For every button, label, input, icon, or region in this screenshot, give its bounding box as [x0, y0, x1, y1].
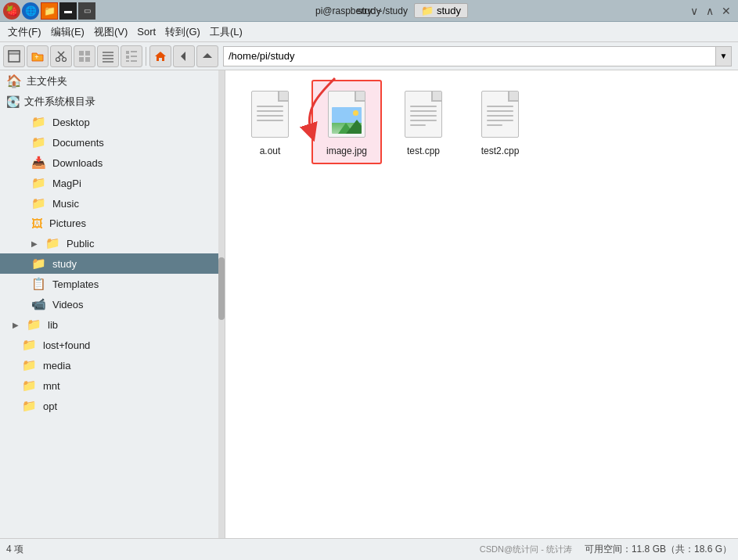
file-label-imagejpg: image.jpg — [326, 145, 367, 158]
svg-rect-18 — [131, 56, 137, 57]
sidebar-label-Documents: Documents — [52, 137, 104, 149]
svg-rect-17 — [126, 56, 129, 59]
file-label-testcpp: test.cpp — [407, 145, 440, 158]
sidebar-label-Pictures: Pictures — [49, 217, 86, 229]
file-area: a.out image.jpg — [225, 70, 738, 538]
toolbar: + ▼ — [0, 42, 738, 70]
sidebar-home[interactable]: 🏠 主文件夹 — [0, 70, 218, 92]
file-item-aout[interactable]: a.out — [235, 80, 305, 164]
home-sidebar-icon: 🏠 — [6, 74, 22, 88]
music-folder-icon: 📁 — [31, 196, 46, 210]
sidebar-item-Public[interactable]: ▶ 📁 Public — [0, 233, 218, 253]
svg-rect-16 — [131, 51, 137, 52]
close-button[interactable]: ✕ — [719, 5, 733, 17]
cut-button[interactable] — [50, 45, 72, 67]
sidebar-label-study: study — [52, 258, 77, 270]
sidebar-item-MagPi[interactable]: 📁 MagPi — [0, 173, 218, 193]
sidebar-scrollbar[interactable] — [218, 70, 225, 538]
sidebar-label-lostfound: lost+found — [43, 339, 90, 351]
menu-file[interactable]: 文件(F) — [3, 23, 46, 41]
sidebar-label-Downloads: Downloads — [52, 157, 103, 169]
menu-tools[interactable]: 工具(L) — [205, 23, 247, 41]
sidebar-item-mnt[interactable]: 📁 mnt — [0, 375, 218, 396]
sidebar-label-Public: Public — [67, 238, 94, 249]
raspberry-icon[interactable]: 🍓 — [3, 2, 20, 20]
new-folder-button[interactable]: + — [27, 45, 49, 67]
sidebar-item-lib[interactable]: ▶ 📁 lib — [0, 314, 218, 335]
sidebar-item-Downloads[interactable]: 📥 Downloads — [0, 153, 218, 173]
file-label-aout: a.out — [260, 145, 281, 158]
menu-edit[interactable]: 编辑(E) — [46, 23, 89, 41]
sidebar-item-Pictures[interactable]: 🖼 Pictures — [0, 214, 218, 233]
svg-rect-7 — [79, 51, 84, 56]
study-tab[interactable]: 📁 study — [414, 3, 468, 18]
minimize-button[interactable]: ∨ — [688, 5, 700, 17]
new-window-button[interactable] — [3, 45, 25, 67]
maximize-button[interactable]: ∧ — [704, 5, 716, 17]
public-expand-icon: ▶ — [31, 239, 38, 248]
sidebar-label-Videos: Videos — [52, 299, 84, 311]
menu-view[interactable]: 视图(V) — [89, 23, 132, 41]
mnt-folder-icon: 📁 — [22, 379, 37, 393]
address-input[interactable] — [224, 47, 715, 66]
address-dropdown-btn[interactable]: ▼ — [715, 47, 731, 66]
sidebar-label-Music: Music — [52, 198, 79, 210]
list-view-button[interactable] — [97, 45, 119, 67]
templates-folder-icon: 📋 — [31, 277, 46, 291]
compact-view-button[interactable] — [121, 45, 142, 67]
menubar: 文件(F) 编辑(E) 视图(V) Sort 转到(G) 工具(L) — [0, 22, 738, 42]
sidebar-label-mnt: mnt — [43, 380, 60, 392]
opt-folder-icon: 📁 — [22, 399, 37, 413]
svg-rect-1 — [9, 51, 20, 54]
svg-text:+: + — [34, 53, 38, 61]
filemanager-icon[interactable]: 📁 — [41, 2, 58, 20]
sidebar-label-Templates: Templates — [52, 278, 99, 290]
status-free-space: 可用空间：11.8 GB（共：18.6 G） — [585, 543, 732, 556]
address-bar-container: ▼ — [223, 46, 732, 66]
magpi-folder-icon: 📁 — [31, 176, 46, 190]
sidebar-label-opt: opt — [43, 400, 57, 412]
file-label-test2cpp: test2.cpp — [481, 145, 520, 158]
sidebar-item-Documents[interactable]: 📁 Documents — [0, 132, 218, 153]
file-item-test2cpp[interactable]: test2.cpp — [465, 80, 535, 164]
sidebar-item-Videos[interactable]: 📹 Videos — [0, 294, 218, 314]
media-folder-icon: 📁 — [22, 358, 37, 372]
sidebar-item-Templates[interactable]: 📋 Templates — [0, 274, 218, 294]
pictures-folder-icon: 🖼 — [31, 217, 43, 230]
sidebar-item-opt[interactable]: 📁 opt — [0, 396, 218, 416]
sidebar-item-media[interactable]: 📁 media — [0, 355, 218, 375]
sidebar-filesystem[interactable]: 💽 文件系统根目录 — [0, 92, 218, 112]
home-label: 主文件夹 — [27, 74, 67, 88]
svg-rect-14 — [103, 61, 113, 63]
svg-rect-10 — [85, 57, 90, 62]
svg-rect-19 — [126, 60, 129, 62]
menu-goto[interactable]: 转到(G) — [160, 23, 205, 41]
filesystem-label: 文件系统根目录 — [24, 95, 95, 109]
file-item-imagejpg[interactable]: image.jpg — [311, 80, 382, 164]
svg-marker-22 — [181, 52, 185, 61]
up-button[interactable] — [196, 45, 218, 67]
svg-rect-9 — [79, 57, 84, 62]
svg-rect-20 — [131, 60, 137, 62]
terminal-white-icon[interactable]: ▭ — [78, 2, 95, 20]
file-item-testcpp[interactable]: test.cpp — [388, 80, 459, 164]
svg-rect-12 — [103, 55, 113, 56]
back-button[interactable] — [173, 45, 195, 67]
documents-folder-icon: 📁 — [31, 135, 46, 149]
terminal-dark-icon[interactable]: ▬ — [59, 2, 77, 20]
sidebar-item-lostfound[interactable]: 📁 lost+found — [0, 335, 218, 355]
sidebar-item-study[interactable]: 📁 study — [0, 253, 218, 274]
home-button[interactable] — [149, 45, 171, 67]
svg-rect-13 — [103, 58, 113, 59]
lib-expand-icon: ▶ — [13, 321, 19, 329]
sidebar-item-Music[interactable]: 📁 Music — [0, 193, 218, 214]
svg-marker-21 — [155, 52, 166, 61]
sidebar-label-lib: lib — [48, 319, 58, 331]
toolbar-sep1 — [146, 47, 146, 66]
globe-icon[interactable]: 🌐 — [22, 2, 39, 20]
menu-sort[interactable]: Sort — [132, 24, 160, 39]
icon-view-button[interactable] — [74, 45, 95, 67]
sidebar-item-Desktop[interactable]: 📁 Desktop — [0, 112, 218, 132]
status-items-count: 4 项 — [6, 543, 23, 556]
videos-folder-icon: 📹 — [31, 297, 46, 311]
